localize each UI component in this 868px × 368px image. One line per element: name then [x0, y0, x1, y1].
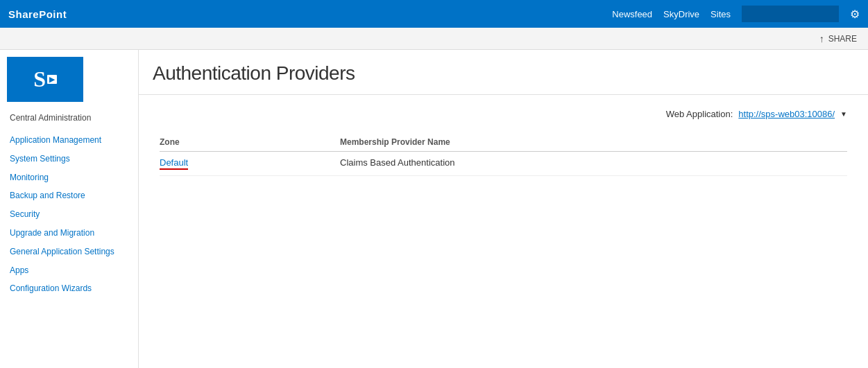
zone-default-link[interactable]: Default — [160, 157, 188, 170]
table-cell-zone: Default — [160, 152, 340, 176]
content-area: Authentication Providers Web Application… — [139, 50, 868, 368]
table-cell-membership: Claims Based Authentication — [340, 152, 847, 176]
main-layout: S▶ Central Administration Application Ma… — [0, 50, 868, 368]
search-input[interactable] — [742, 6, 839, 22]
sidebar: S▶ Central Administration Application Ma… — [0, 50, 139, 368]
web-application-row: Web Application: http://sps-web03:10086/… — [160, 109, 847, 119]
content-body: Web Application: http://sps-web03:10086/… — [139, 95, 868, 190]
sidebar-item-security[interactable]: Security — [0, 205, 138, 224]
providers-table: Zone Membership Provider Name Default Cl… — [160, 133, 847, 176]
nav-link-newsfeed[interactable]: Newsfeed — [612, 9, 652, 19]
web-app-label: Web Application: — [666, 109, 733, 119]
nav-link-skydrive[interactable]: SkyDrive — [663, 9, 699, 19]
column-header-zone: Zone — [160, 133, 340, 152]
table-header-row: Zone Membership Provider Name — [160, 133, 847, 152]
table-row: Default Claims Based Authentication — [160, 152, 847, 176]
central-administration-link[interactable]: Central Administration — [0, 110, 138, 130]
logo-badge: ▶ — [47, 75, 57, 84]
sharepoint-logo: S▶ — [33, 67, 57, 92]
sidebar-item-system-settings[interactable]: System Settings — [0, 150, 138, 168]
top-nav-right: Newsfeed SkyDrive Sites ⚙ — [612, 6, 860, 22]
sidebar-nav: Application Management System Settings M… — [0, 130, 138, 299]
sidebar-logo: S▶ — [7, 57, 83, 102]
sidebar-item-application-management[interactable]: Application Management — [0, 131, 138, 150]
nav-link-sites[interactable]: Sites — [710, 9, 731, 19]
top-navigation: SharePoint Newsfeed SkyDrive Sites ⚙ — [0, 0, 868, 28]
web-app-link[interactable]: http://sps-web03:10086/ — [738, 109, 835, 119]
share-icon: ↑ — [819, 33, 824, 44]
sidebar-item-upgrade-migration[interactable]: Upgrade and Migration — [0, 224, 138, 243]
page-title: Authentication Providers — [153, 62, 847, 85]
sidebar-item-monitoring[interactable]: Monitoring — [0, 168, 138, 187]
sidebar-item-configuration-wizards[interactable]: Configuration Wizards — [0, 279, 138, 298]
page-title-bar: Authentication Providers — [139, 50, 868, 95]
sidebar-item-general-application-settings[interactable]: General Application Settings — [0, 243, 138, 261]
column-header-membership: Membership Provider Name — [340, 133, 847, 152]
sidebar-item-backup-restore[interactable]: Backup and Restore — [0, 186, 138, 205]
sidebar-item-apps[interactable]: Apps — [0, 261, 138, 280]
share-bar: ↑ SHARE — [0, 28, 868, 50]
share-label[interactable]: SHARE — [828, 34, 857, 44]
gear-icon[interactable]: ⚙ — [850, 8, 860, 21]
web-app-dropdown-arrow[interactable]: ▼ — [840, 110, 847, 118]
brand-name: SharePoint — [8, 8, 67, 20]
